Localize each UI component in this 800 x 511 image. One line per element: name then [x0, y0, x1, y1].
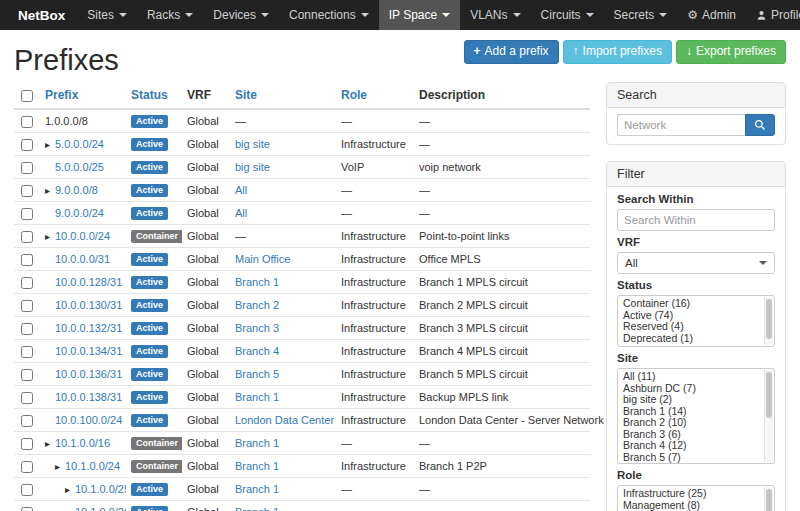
prefix-link[interactable]: 10.0.0.136/31	[55, 368, 122, 380]
nav-item-connections[interactable]: Connections	[279, 0, 379, 30]
site-link[interactable]: Branch 1	[235, 276, 279, 288]
role-option[interactable]: Management (8)	[618, 500, 761, 511]
site-link[interactable]: Branch 1	[235, 391, 279, 403]
site-option[interactable]: Branch 4 (12)	[618, 440, 761, 452]
prefix-link[interactable]: 5.0.0.0/25	[55, 161, 104, 173]
nav-item-circuits[interactable]: Circuits	[531, 0, 604, 30]
row-checkbox[interactable]	[21, 116, 33, 128]
search-within-input[interactable]	[617, 209, 775, 231]
site-option[interactable]: big site (2)	[618, 394, 761, 406]
add-a-prefix-button[interactable]: +Add a prefix	[464, 40, 559, 64]
column-header-prefix[interactable]: Prefix	[40, 82, 126, 109]
scrollbar[interactable]	[764, 487, 773, 511]
brand-link[interactable]: NetBox	[6, 0, 77, 30]
site-link[interactable]: All	[235, 207, 247, 219]
site-link[interactable]: Branch 2	[235, 299, 279, 311]
prefix-link[interactable]: 1.0.0.0/8	[45, 115, 88, 127]
site-option[interactable]: Branch 5 (7)	[618, 452, 761, 464]
site-option[interactable]: Branch 3 (6)	[618, 429, 761, 441]
nav-item-racks[interactable]: Racks	[137, 0, 203, 30]
site-link[interactable]: big site	[235, 161, 270, 173]
row-checkbox[interactable]	[21, 323, 33, 335]
row-checkbox[interactable]	[21, 208, 33, 220]
row-checkbox[interactable]	[21, 300, 33, 312]
row-checkbox[interactable]	[21, 231, 33, 243]
status-option[interactable]: Container (16)	[618, 298, 761, 310]
status-option[interactable]: Reserved (4)	[618, 321, 761, 333]
row-checkbox[interactable]	[21, 162, 33, 174]
prefix-link[interactable]: 10.0.0.132/31	[55, 322, 122, 334]
site-link[interactable]: big site	[235, 138, 270, 150]
prefix-link[interactable]: 10.0.0.0/31	[55, 253, 110, 265]
column-header-status[interactable]: Status	[126, 82, 182, 109]
column-header-site[interactable]: Site	[230, 82, 336, 109]
site-link[interactable]: Branch 4	[235, 345, 279, 357]
row-checkbox[interactable]	[21, 415, 33, 427]
scrollbar[interactable]	[764, 297, 773, 345]
site-link[interactable]: Branch 3	[235, 322, 279, 334]
prefix-link[interactable]: 10.1.0.0/16	[55, 437, 110, 449]
site-link[interactable]: Branch 1	[235, 460, 279, 472]
site-filter-listbox[interactable]: All (11)Ashburn DC (7)big site (2)Branch…	[617, 368, 775, 464]
search-input[interactable]	[617, 114, 745, 136]
site-option[interactable]: GCI 2-1-24 (3)	[618, 463, 761, 464]
row-checkbox[interactable]	[21, 254, 33, 266]
nav-item-vlans[interactable]: VLANs	[460, 0, 530, 30]
prefix-link[interactable]: 10.0.0.134/31	[55, 345, 122, 357]
select-all-checkbox[interactable]	[21, 90, 33, 102]
nav-item-secrets[interactable]: Secrets	[604, 0, 678, 30]
site-option[interactable]: Branch 2 (10)	[618, 417, 761, 429]
site-link[interactable]: Branch 1	[235, 506, 279, 511]
nav-item-devices[interactable]: Devices	[203, 0, 279, 30]
scrollbar-thumb[interactable]	[766, 489, 772, 511]
prefix-link[interactable]: 5.0.0.0/24	[55, 138, 104, 150]
role-option[interactable]: Infrastructure (25)	[618, 488, 761, 500]
row-checkbox[interactable]	[21, 139, 33, 151]
site-link[interactable]: All	[235, 184, 247, 196]
nav-item-admin[interactable]: ⚙Admin	[677, 0, 746, 30]
role-filter-listbox[interactable]: Infrastructure (25)Management (8)Private…	[617, 485, 775, 511]
scrollbar[interactable]	[764, 370, 773, 462]
import-prefixes-button[interactable]: ↑Import prefixes	[563, 40, 672, 64]
vrf-select[interactable]: All	[617, 252, 775, 274]
status-filter-listbox[interactable]: Container (16)Active (74)Reserved (4)Dep…	[617, 295, 775, 347]
prefix-link[interactable]: 10.0.0.128/31	[55, 276, 122, 288]
site-option[interactable]: Ashburn DC (7)	[618, 383, 761, 395]
site-link[interactable]: Branch 1	[235, 437, 279, 449]
site-link[interactable]: London Data Center	[235, 414, 334, 426]
nav-item-ip-space[interactable]: IP Space	[379, 0, 460, 30]
status-option[interactable]: Deprecated (1)	[618, 333, 761, 345]
prefix-link[interactable]: 10.1.0.0/25	[75, 483, 126, 495]
prefix-link[interactable]: 10.0.0.138/31	[55, 391, 122, 403]
site-link[interactable]: Main Office	[235, 253, 290, 265]
row-checkbox[interactable]	[21, 461, 33, 473]
status-option[interactable]: Active (74)	[618, 310, 761, 322]
row-checkbox[interactable]	[21, 346, 33, 358]
nav-item-sites[interactable]: Sites	[77, 0, 137, 30]
prefix-link[interactable]: 10.0.100.0/24	[55, 414, 122, 426]
prefix-link[interactable]: 9.0.0.0/24	[55, 207, 104, 219]
nav-item-profile[interactable]: Profile	[746, 0, 800, 30]
column-header-role[interactable]: Role	[336, 82, 414, 109]
prefix-link[interactable]: 9.0.0.0/8	[55, 184, 98, 196]
row-checkbox[interactable]	[21, 507, 33, 511]
export-prefixes-button[interactable]: ↓Export prefixes	[676, 40, 786, 64]
scrollbar-thumb[interactable]	[766, 299, 772, 339]
scrollbar-thumb[interactable]	[766, 372, 772, 418]
site-option[interactable]: Branch 1 (14)	[618, 406, 761, 418]
prefix-link[interactable]: 10.1.0.0/24	[65, 460, 120, 472]
site-link[interactable]: Branch 5	[235, 368, 279, 380]
row-checkbox[interactable]	[21, 185, 33, 197]
row-checkbox[interactable]	[21, 369, 33, 381]
row-checkbox[interactable]	[21, 484, 33, 496]
site-option[interactable]: All (11)	[618, 371, 761, 383]
row-checkbox[interactable]	[21, 438, 33, 450]
row-checkbox[interactable]	[21, 277, 33, 289]
prefix-link[interactable]: 10.0.0.0/24	[55, 230, 110, 242]
site-link[interactable]: Branch 1	[235, 483, 279, 495]
prefix-link[interactable]: 10.1.0.0/26	[75, 506, 126, 511]
vrf-cell: Global	[182, 386, 230, 409]
search-button[interactable]	[745, 114, 775, 136]
prefix-link[interactable]: 10.0.0.130/31	[55, 299, 122, 311]
row-checkbox[interactable]	[21, 392, 33, 404]
